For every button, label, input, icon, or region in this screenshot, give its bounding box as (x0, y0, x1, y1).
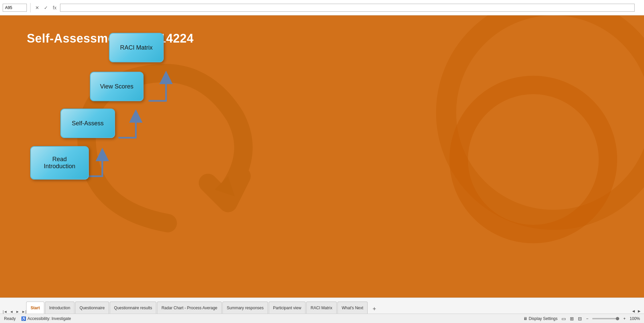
zoom-level: 100% (630, 316, 640, 321)
read-introduction-button[interactable]: ReadIntroduction (30, 146, 89, 180)
view-scores-button[interactable]: View Scores (90, 72, 144, 101)
tab-radar-chart[interactable]: Radar Chart - Process Average (157, 302, 222, 314)
confirm-icon[interactable]: ✓ (43, 4, 49, 11)
scroll-prev-sheet[interactable]: ◄ (10, 310, 13, 314)
watermark-circle-inner (449, 76, 617, 243)
formula-input[interactable] (60, 4, 635, 12)
display-settings-icon: 🖥 (523, 316, 527, 321)
tab-questionnaire[interactable]: Questionnaire (75, 302, 109, 314)
excel-formula-bar: A95 ✕ ✓ fx (0, 0, 644, 15)
sheet-scroll-left[interactable]: ◄ (631, 309, 636, 314)
sheet-nav-controls: |◄ ◄ ► ►| (3, 310, 26, 314)
tab-start[interactable]: Start (26, 302, 44, 314)
cell-reference-box[interactable]: A95 (3, 4, 27, 12)
tab-participant-view[interactable]: Participant view (269, 302, 306, 314)
view-pagebreak-icon[interactable]: ⊟ (578, 316, 582, 321)
self-assess-button[interactable]: Self-Assess (60, 109, 115, 138)
status-right-group: 🖥 Display Settings ▭ ⊞ ⊟ − + 100% (523, 316, 640, 321)
display-settings-label: Display Settings (529, 316, 557, 321)
watermark-circle-outer (436, 15, 644, 230)
zoom-in-button[interactable]: + (623, 316, 626, 321)
tab-whats-next[interactable]: What's Next (337, 302, 368, 314)
sheet-tab-bar: |◄ ◄ ► ►| Start Introduction Questionnai… (0, 298, 644, 314)
fx-icon[interactable]: fx (51, 4, 58, 11)
display-settings-button[interactable]: 🖥 Display Settings (523, 316, 557, 321)
ready-status: Ready (4, 316, 16, 321)
view-layout-icon[interactable]: ⊞ (570, 316, 574, 321)
scroll-next-sheet[interactable]: ► (16, 310, 19, 314)
status-bar: Ready ♿ Accessibility: Investigate 🖥 Dis… (0, 314, 644, 323)
tab-questionnaire-results[interactable]: Questionnaire results (110, 302, 156, 314)
status-left-group: Ready ♿ Accessibility: Investigate (4, 316, 71, 321)
tab-introduction[interactable]: Introduction (45, 302, 75, 314)
tab-raci-matrix[interactable]: RACI Matrix (306, 302, 337, 314)
scroll-last-sheet[interactable]: ►| (22, 310, 26, 314)
accessibility-icon: ♿ (21, 316, 26, 321)
accessibility-group[interactable]: ♿ Accessibility: Investigate (21, 316, 71, 321)
tab-summary-responses[interactable]: Summary responses (222, 302, 268, 314)
view-normal-icon[interactable]: ▭ (561, 316, 566, 321)
topbar-separator (30, 3, 31, 12)
scroll-first-sheet[interactable]: |◄ (3, 310, 7, 314)
zoom-out-button[interactable]: − (586, 316, 588, 321)
zoom-slider-thumb[interactable] (616, 317, 619, 320)
sheet-scroll-right[interactable]: ► (637, 309, 641, 314)
accessibility-text: Accessibility: Investigate (28, 316, 71, 321)
main-content-area: Self-Assessment: ISO 14224 ReadIntroduct… (0, 15, 644, 298)
cancel-icon[interactable]: ✕ (34, 4, 41, 11)
add-sheet-button[interactable]: + (370, 304, 379, 314)
zoom-slider[interactable] (592, 318, 619, 319)
raci-matrix-button[interactable]: RACI Matrix (109, 33, 164, 62)
